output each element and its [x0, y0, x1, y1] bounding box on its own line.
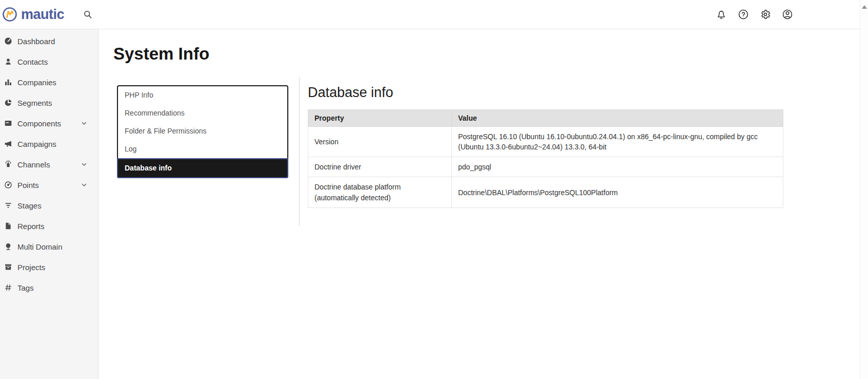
table-row: Doctrine database platform (automaticall…	[308, 177, 783, 208]
table-row: Doctrine driver pdo_pgsql	[308, 157, 783, 177]
tab-database-info[interactable]: Database info	[117, 158, 288, 178]
value-cell: pdo_pgsql	[452, 157, 783, 177]
search-button[interactable]	[83, 9, 93, 20]
sidebar-item-label: Segments	[17, 99, 88, 107]
sidebar-item-label: Dashboard	[17, 37, 88, 46]
stages-icon	[4, 201, 12, 210]
sidebar-item-multi-domain[interactable]: Multi Domain	[0, 236, 98, 257]
page-title: System Info	[113, 43, 860, 66]
tab-folder-file-permissions[interactable]: Folder & File Permissions	[118, 122, 287, 140]
system-info-tab-list: PHP Info Recommendations Folder & File P…	[117, 85, 288, 178]
search-icon	[83, 9, 93, 20]
value-cell: Doctrine\DBAL\Platforms\PostgreSQL100Pla…	[452, 177, 783, 208]
tab-recommendations[interactable]: Recommendations	[118, 104, 287, 122]
sidebar-item-label: Campaigns	[17, 140, 88, 148]
account-button[interactable]	[782, 9, 793, 20]
components-icon	[4, 119, 12, 127]
settings-button[interactable]	[760, 9, 771, 20]
column-header-value: Value	[452, 109, 783, 126]
sidebar-item-label: Reports	[17, 222, 88, 231]
sidebar-item-label: Companies	[17, 78, 88, 87]
table-row: Version PostgreSQL 16.10 (Ubuntu 16.10-0…	[308, 126, 783, 157]
sidebar-item-label: Channels	[17, 160, 81, 169]
mautic-logo-icon	[2, 7, 17, 22]
sidebar-item-projects[interactable]: Projects	[0, 257, 98, 277]
projects-icon	[4, 263, 12, 271]
tab-php-info[interactable]: PHP Info	[118, 86, 287, 104]
reports-icon	[4, 222, 12, 230]
chevron-down-icon	[81, 120, 88, 127]
companies-icon	[4, 78, 12, 86]
sidebar-item-stages[interactable]: Stages	[0, 195, 98, 216]
sidebar-item-label: Components	[17, 119, 81, 128]
panel-heading: Database info	[308, 85, 783, 101]
sidebar-item-points[interactable]: Points	[0, 175, 98, 195]
sidebar-item-label: Stages	[17, 201, 88, 210]
chevron-down-icon	[81, 161, 88, 168]
topbar: mautic	[0, 0, 860, 29]
mautic-logo[interactable]: mautic	[2, 7, 64, 23]
gear-icon	[760, 9, 771, 20]
sidebar-item-channels[interactable]: Channels	[0, 154, 98, 175]
sidebar: Dashboard Contacts Companies Seg	[0, 29, 98, 379]
sidebar-item-label: Multi Domain	[17, 242, 88, 251]
property-cell: Doctrine driver	[308, 157, 452, 177]
question-icon	[738, 9, 749, 20]
table-header-row: Property Value	[308, 109, 783, 126]
sidebar-item-tags[interactable]: Tags	[0, 277, 98, 298]
points-icon	[4, 181, 12, 189]
dashboard-icon	[4, 37, 12, 45]
scroll-up-arrow[interactable]	[862, 5, 867, 9]
column-header-property: Property	[308, 109, 452, 126]
mautic-wordmark: mautic	[21, 7, 64, 23]
property-cell: Version	[308, 126, 452, 157]
tab-log[interactable]: Log	[118, 140, 287, 158]
sidebar-item-contacts[interactable]: Contacts	[0, 51, 98, 72]
segments-icon	[4, 99, 12, 107]
tags-icon	[4, 283, 12, 292]
database-info-table: Property Value Version PostgreSQL 16.10 …	[308, 109, 783, 208]
sidebar-item-campaigns[interactable]: Campaigns	[0, 134, 98, 154]
sidebar-item-segments[interactable]: Segments	[0, 92, 98, 113]
notifications-button[interactable]	[716, 9, 727, 20]
sidebar-item-label: Points	[17, 181, 81, 190]
sidebar-item-label: Contacts	[17, 58, 88, 66]
multi-domain-icon	[4, 242, 12, 251]
system-info-content: PHP Info Recommendations Folder & File P…	[113, 77, 860, 226]
main-content: System Info PHP Info Recommendations Fol…	[98, 29, 860, 379]
sidebar-item-companies[interactable]: Companies	[0, 72, 98, 92]
sidebar-item-label: Projects	[17, 263, 88, 272]
sidebar-item-components[interactable]: Components	[0, 113, 98, 134]
chevron-down-icon	[81, 181, 88, 188]
campaigns-icon	[4, 140, 12, 148]
sidebar-item-reports[interactable]: Reports	[0, 216, 98, 236]
account-icon	[782, 9, 793, 20]
property-cell: Doctrine database platform (automaticall…	[308, 177, 452, 208]
sidebar-item-label: Tags	[17, 283, 88, 292]
help-button[interactable]	[738, 9, 749, 20]
value-cell: PostgreSQL 16.10 (Ubuntu 16.10-0ubuntu0.…	[452, 126, 783, 157]
bell-icon	[716, 9, 727, 20]
contacts-icon	[4, 58, 12, 66]
topbar-actions	[716, 9, 793, 20]
database-info-panel: Database info Property Value Version Pos…	[299, 77, 860, 226]
sidebar-item-dashboard[interactable]: Dashboard	[0, 31, 98, 51]
channels-icon	[4, 160, 12, 168]
vertical-scrollbar[interactable]	[860, 0, 868, 379]
